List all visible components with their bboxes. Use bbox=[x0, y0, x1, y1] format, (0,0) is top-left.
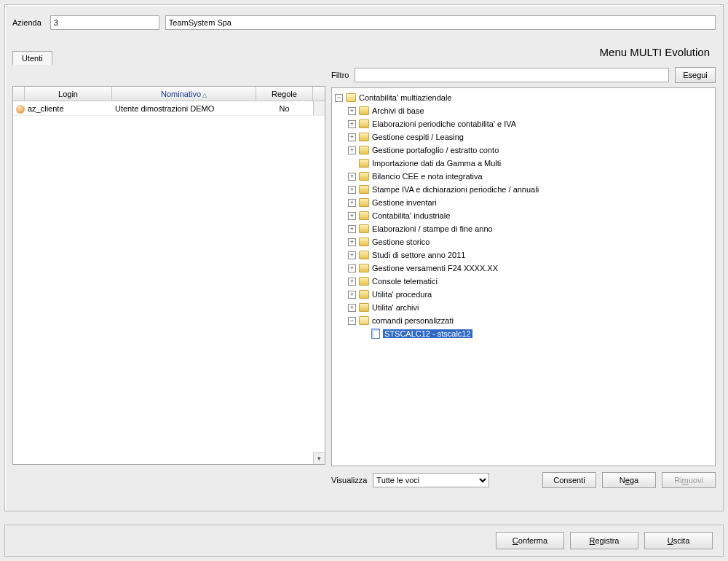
collapse-icon[interactable]: − bbox=[348, 317, 356, 325]
expand-icon[interactable]: + bbox=[348, 212, 356, 220]
tree-item[interactable]: Gestione storico bbox=[372, 238, 430, 246]
tree-item-custom[interactable]: comandi personalizzati bbox=[372, 316, 454, 325]
col-regole[interactable]: Regole bbox=[256, 87, 313, 101]
folder-icon bbox=[359, 106, 369, 115]
nega-button[interactable]: Nega bbox=[602, 472, 656, 488]
users-grid: Login Nominativo△ Regole az_cliente Uten… bbox=[12, 86, 325, 465]
tree-item[interactable]: Utilita' procedura bbox=[372, 290, 432, 299]
conferma-button[interactable]: Conferma bbox=[496, 532, 564, 549]
visualizza-label: Visualizza bbox=[331, 476, 367, 484]
folder-icon bbox=[359, 185, 369, 194]
expand-icon[interactable]: + bbox=[348, 278, 356, 286]
filter-input[interactable] bbox=[355, 68, 669, 82]
cell-login: az_cliente bbox=[25, 101, 112, 115]
col-select[interactable] bbox=[13, 87, 25, 101]
folder-icon bbox=[359, 277, 369, 286]
visualizza-select[interactable]: Tutte le voci bbox=[373, 473, 489, 487]
tree-root-label[interactable]: Contabilita' multiaziendale bbox=[359, 93, 451, 102]
consenti-button[interactable]: Consenti bbox=[542, 472, 596, 488]
expand-icon[interactable]: + bbox=[348, 186, 356, 194]
expand-icon[interactable]: + bbox=[348, 146, 356, 154]
expand-icon[interactable]: + bbox=[348, 173, 356, 181]
folder-icon bbox=[359, 224, 369, 233]
azienda-label: Azienda bbox=[12, 18, 41, 27]
sort-asc-icon: △ bbox=[202, 92, 207, 98]
expand-icon[interactable]: + bbox=[348, 199, 356, 207]
folder-icon bbox=[359, 303, 369, 312]
table-row[interactable]: az_cliente Utente dimostrazioni DEMO No bbox=[13, 101, 325, 116]
folder-icon bbox=[359, 172, 369, 181]
tree-item[interactable]: Stampe IVA e dichiarazioni periodiche / … bbox=[372, 185, 539, 194]
filter-label: Filtro bbox=[331, 71, 349, 79]
cell-nominativo: Utente dimostrazioni DEMO bbox=[112, 101, 256, 115]
col-nominativo[interactable]: Nominativo△ bbox=[112, 87, 256, 101]
tree-item[interactable]: Archivi di base bbox=[372, 106, 424, 115]
expand-icon[interactable]: + bbox=[348, 225, 356, 233]
folder-icon bbox=[359, 251, 369, 259]
folder-icon bbox=[359, 198, 369, 207]
expand-icon[interactable]: + bbox=[348, 107, 356, 115]
tree-item[interactable]: Elaborazioni periodiche contabilita' e I… bbox=[372, 119, 516, 128]
tree-item[interactable]: Gestione inventari bbox=[372, 198, 437, 207]
expand-icon[interactable]: + bbox=[348, 304, 356, 312]
expand-icon[interactable]: + bbox=[348, 133, 356, 141]
user-icon bbox=[16, 105, 25, 114]
esegui-button[interactable]: Esegui bbox=[675, 67, 716, 83]
expand-icon[interactable]: + bbox=[348, 120, 356, 128]
folder-icon bbox=[359, 146, 369, 154]
tree-item-selected[interactable]: STSCALC12 - stscalc12 bbox=[383, 329, 472, 338]
expand-icon[interactable]: + bbox=[348, 251, 356, 259]
cell-regole: No bbox=[256, 101, 313, 115]
expand-icon[interactable]: + bbox=[348, 238, 356, 246]
tree-item[interactable]: Gestione portafoglio / estratto conto bbox=[372, 146, 499, 154]
expand-icon[interactable]: + bbox=[348, 291, 356, 299]
expand-icon[interactable]: + bbox=[348, 264, 356, 272]
tree-item[interactable]: Gestione versamenti F24 XXXX.XX bbox=[372, 264, 498, 272]
col-login[interactable]: Login bbox=[25, 87, 112, 101]
azienda-code-input[interactable] bbox=[50, 15, 159, 30]
folder-icon bbox=[359, 159, 369, 168]
document-icon bbox=[371, 329, 380, 339]
folder-icon bbox=[359, 238, 369, 246]
page-title: Menu MULTI Evolution bbox=[600, 46, 710, 58]
folder-icon bbox=[359, 211, 369, 220]
tree-item[interactable]: Utilita' archivi bbox=[372, 303, 419, 312]
folder-icon bbox=[359, 119, 369, 128]
tree-item[interactable]: Bilancio CEE e nota integrativa bbox=[372, 172, 483, 181]
tree-item[interactable]: Gestione cespiti / Leasing bbox=[372, 133, 464, 141]
uscita-button[interactable]: Uscita bbox=[644, 532, 713, 549]
tree-item[interactable]: Elaborazioni / stampe di fine anno bbox=[372, 224, 493, 233]
folder-icon bbox=[359, 290, 369, 299]
folder-open-icon bbox=[346, 93, 356, 102]
registra-button[interactable]: Registra bbox=[570, 532, 638, 549]
rimuovi-button[interactable]: Rimuovi bbox=[662, 472, 716, 488]
folder-icon bbox=[359, 264, 369, 272]
footer-bar: Conferma Registra Uscita bbox=[4, 525, 724, 557]
tree-item[interactable]: Contabilita' industriale bbox=[372, 211, 450, 220]
menu-tree[interactable]: − Contabilita' multiaziendale +Archivi d… bbox=[331, 87, 716, 466]
collapse-icon[interactable]: − bbox=[335, 94, 343, 102]
folder-open-icon bbox=[359, 316, 369, 325]
tree-item[interactable]: Importazione dati da Gamma a Multi bbox=[372, 159, 501, 168]
scroll-down-icon[interactable]: ▾ bbox=[313, 452, 325, 464]
azienda-name-input[interactable] bbox=[165, 15, 716, 30]
tree-item[interactable]: Console telematici bbox=[372, 277, 438, 286]
tab-utenti[interactable]: Utenti bbox=[12, 51, 52, 65]
folder-icon bbox=[359, 133, 369, 141]
tree-item[interactable]: Studi di settore anno 2011 bbox=[372, 251, 465, 259]
